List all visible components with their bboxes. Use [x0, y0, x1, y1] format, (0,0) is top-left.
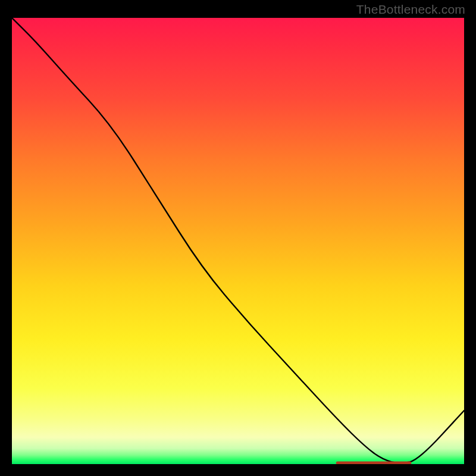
watermark-text: TheBottleneck.com — [356, 2, 465, 17]
chart-plot-area — [12, 18, 464, 464]
chart-frame — [12, 18, 464, 464]
chart-curve — [12, 18, 464, 463]
chart-line-layer — [12, 18, 464, 464]
